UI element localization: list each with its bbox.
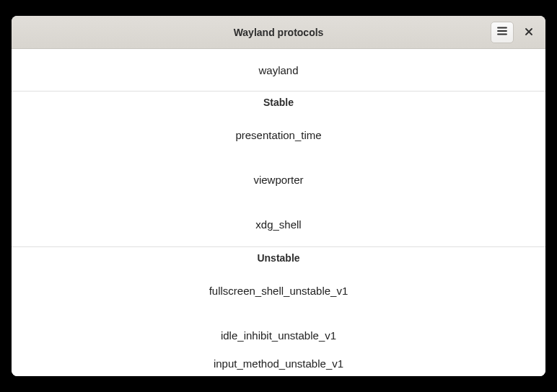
protocol-name: presentation_time	[235, 129, 321, 141]
protocol-name: viewporter	[253, 174, 303, 186]
section-header-stable: Stable	[12, 91, 545, 112]
window-title: Wayland protocols	[234, 27, 324, 38]
protocol-name: idle_inhibit_unstable_v1	[221, 329, 336, 342]
protocol-name: input_method_unstable_v1	[214, 357, 343, 370]
close-icon	[525, 26, 533, 38]
headerbar: Wayland protocols	[12, 16, 545, 49]
hamburger-icon	[496, 25, 508, 40]
window: Wayland protocols wayland Stable present…	[12, 16, 545, 376]
section-title: Stable	[263, 97, 294, 108]
protocol-name: fullscreen_shell_unstable_v1	[209, 285, 348, 297]
headerbar-controls	[491, 22, 540, 43]
list-item[interactable]: idle_inhibit_unstable_v1	[12, 313, 545, 357]
list-item[interactable]: xdg_shell	[12, 202, 545, 246]
list-item[interactable]: fullscreen_shell_unstable_v1	[12, 268, 545, 313]
list-item[interactable]: presentation_time	[12, 112, 545, 157]
section-title: Unstable	[257, 252, 299, 264]
list-item[interactable]: input_method_unstable_v1	[12, 357, 545, 373]
protocol-name: wayland	[258, 64, 298, 76]
list-item[interactable]: wayland	[12, 49, 545, 91]
section-header-unstable: Unstable	[12, 246, 545, 268]
protocol-name: xdg_shell	[255, 218, 301, 231]
protocol-list: wayland Stable presentation_time viewpor…	[12, 49, 545, 376]
list-item[interactable]: viewporter	[12, 157, 545, 202]
menu-button[interactable]	[491, 22, 514, 43]
close-button[interactable]	[518, 22, 540, 43]
